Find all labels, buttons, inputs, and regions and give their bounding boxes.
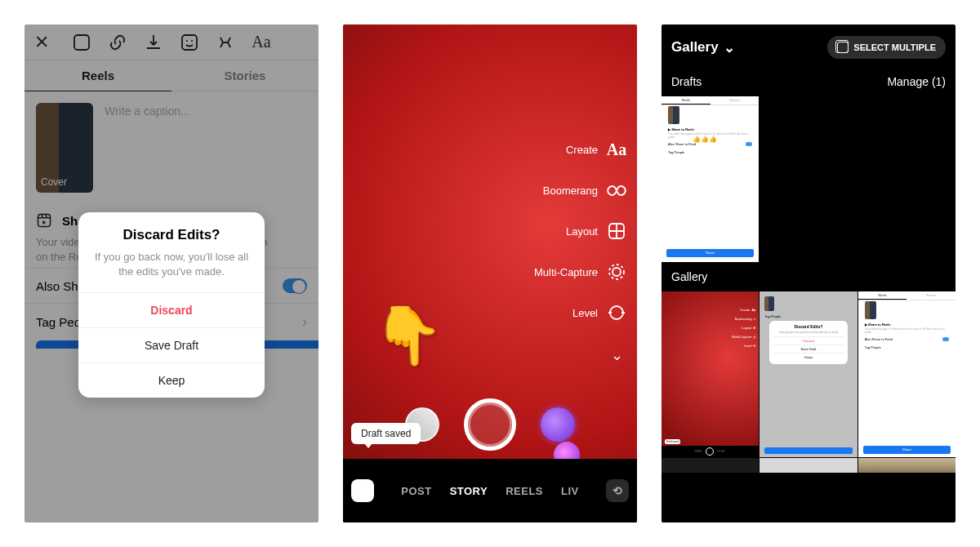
gallery-dropdown[interactable]: Gallery ⌄ (671, 39, 735, 56)
switch-camera-icon[interactable]: ⟲ (606, 479, 629, 502)
mode-label: Boomerang (543, 185, 598, 197)
mode-multi-capture[interactable]: Multi-Capture (534, 261, 627, 282)
discard-dialog: Discard Edits? If you go back now, you'l… (78, 212, 265, 398)
gallery-section-header: Gallery (662, 262, 956, 291)
select-multiple-button[interactable]: SELECT MULTIPLE (827, 36, 946, 59)
mode-label: Level (572, 307, 598, 319)
mode-label: Multi-Capture (534, 266, 598, 278)
svg-point-8 (610, 306, 623, 319)
layout-icon (606, 220, 627, 242)
infinity-icon (606, 180, 627, 201)
gallery-item[interactable]: Reels Stories ▶ Share to Reels Your vide… (858, 291, 956, 457)
draft-thumbnail[interactable]: Reels Stories ▶ Share to Reels Your vide… (662, 96, 759, 262)
save-draft-button[interactable]: Save Draft (78, 327, 265, 362)
chevron-down-icon: ⌄ (724, 39, 735, 56)
mode-level[interactable]: Level (572, 302, 627, 323)
discard-button[interactable]: Discard (78, 292, 265, 327)
mode-create[interactable]: Create Aa (566, 139, 627, 160)
camera-mode-bar: POST STORY REELS LIV ⟲ (343, 459, 637, 523)
shutter-button[interactable] (464, 398, 516, 451)
level-icon (606, 302, 627, 323)
chevron-down-icon[interactable]: ⌄ (606, 346, 627, 364)
mode-boomerang[interactable]: Boomerang (543, 180, 627, 201)
select-multiple-label: SELECT MULTIPLE (853, 42, 936, 52)
drafts-label: Drafts (671, 75, 702, 88)
svg-point-6 (612, 268, 621, 276)
multi-capture-icon (606, 261, 627, 282)
gallery-thumbnail-button[interactable] (351, 479, 374, 502)
camera-side-menu: Create Aa Boomerang Layout Multi-Capture… (534, 139, 627, 364)
effect-thumb-1[interactable] (541, 407, 575, 442)
manage-drafts-link[interactable]: Manage (1) (887, 75, 946, 88)
gallery-item[interactable] (760, 458, 857, 473)
drafts-section-header: Drafts Manage (1) (662, 67, 956, 96)
mode-label: Layout (566, 225, 598, 238)
gallery-item[interactable]: Create Aa Boomerang ∞ Layout ⊞ Multi-Cap… (662, 291, 759, 457)
dialog-title: Discard Edits? (78, 212, 265, 250)
gallery-item[interactable] (662, 458, 759, 473)
screen-gallery-picker: Gallery ⌄ SELECT MULTIPLE Drafts Manage … (662, 24, 956, 523)
dialog-message: If you go back now, you'll lose all the … (78, 250, 265, 292)
gallery-item[interactable]: Tag People Discard Edits? If you go back… (760, 291, 857, 457)
pointing-hand-emoji (372, 302, 443, 369)
mode-reels[interactable]: REELS (506, 485, 543, 497)
stack-icon (837, 42, 849, 53)
gallery-dropdown-label: Gallery (671, 39, 719, 56)
svg-point-7 (609, 265, 624, 279)
mode-layout[interactable]: Layout (566, 220, 627, 242)
gallery-top-bar: Gallery ⌄ SELECT MULTIPLE (662, 24, 956, 67)
text-icon: Aa (606, 139, 627, 160)
mode-live[interactable]: LIV (561, 485, 579, 497)
mode-post[interactable]: POST (401, 485, 431, 497)
draft-saved-toast: Draft saved (351, 423, 421, 444)
drafts-grid: Reels Stories ▶ Share to Reels Your vide… (662, 96, 956, 262)
mode-story[interactable]: STORY (450, 485, 488, 497)
screen-share-reel: ✕ Aa Reels Stories Cover Write a caption… (24, 24, 318, 523)
screen-story-camera: Create Aa Boomerang Layout Multi-Capture… (343, 24, 637, 523)
mode-label: Create (566, 144, 598, 156)
gallery-grid: Create Aa Boomerang ∞ Layout ⊞ Multi-Cap… (662, 291, 956, 473)
gallery-item[interactable] (858, 458, 956, 473)
keep-button[interactable]: Keep (78, 362, 265, 398)
